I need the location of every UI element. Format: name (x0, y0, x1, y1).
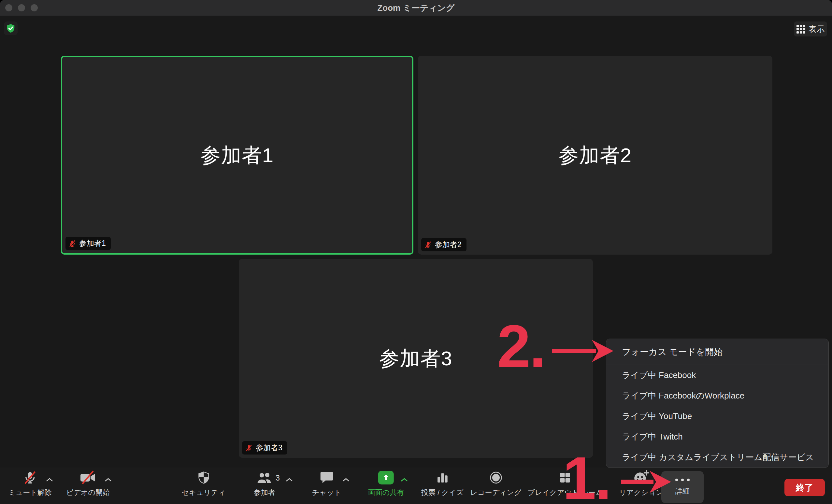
more-label: 詳細 (675, 486, 690, 496)
meeting-info-button[interactable] (4, 22, 18, 35)
security-label: セキュリティ (181, 488, 226, 498)
annotation-step1: 1. (563, 448, 610, 504)
more-options-menu: フォーカス モードを開始 ライブ中 Facebook ライブ中 Facebook… (606, 339, 829, 468)
security-button[interactable]: セキュリティ (181, 470, 226, 498)
menu-item-live-youtube[interactable]: ライブ中 YouTube (606, 406, 828, 426)
start-video-label: ビデオの開始 (66, 488, 110, 498)
security-shield-check-icon (6, 23, 16, 33)
audio-options-chevron[interactable] (46, 477, 53, 483)
chat-options-chevron[interactable] (342, 477, 349, 483)
participants-icon (256, 471, 273, 485)
polls-button[interactable]: 投票 / クイズ (421, 470, 464, 498)
name-badge-label: 参加者1 (79, 238, 106, 248)
fullscreen-button[interactable] (31, 4, 38, 11)
record-label: レコーディング (470, 488, 521, 498)
name-badge: 参加者2 (421, 238, 467, 251)
record-icon (489, 471, 503, 484)
window-title: Zoom ミーティング (377, 2, 454, 14)
muted-mic-icon (69, 240, 76, 247)
video-tile-participant2: 参加者2 参加者2 (418, 56, 772, 255)
unmute-button[interactable]: ミュート解除 (8, 470, 52, 498)
participants-button[interactable]: 参加者 (254, 470, 275, 498)
name-badge-label: 参加者3 (256, 443, 282, 453)
tile-center-name: 参加者2 (559, 142, 632, 169)
tile-center-name: 参加者1 (201, 142, 274, 169)
share-screen-label: 画面の共有 (368, 488, 404, 498)
share-screen-icon (378, 471, 394, 484)
end-meeting-button[interactable]: 終了 (784, 479, 825, 496)
name-badge-label: 参加者2 (435, 240, 462, 250)
video-tile-participant1: 参加者1 参加者1 (61, 56, 413, 255)
gallery-grid-icon (797, 25, 805, 33)
muted-mic-icon (424, 241, 432, 249)
menu-item-live-twitch[interactable]: ライブ中 Twitch (606, 426, 828, 447)
name-badge: 参加者3 (242, 441, 287, 454)
polls-bar-chart-icon (436, 471, 449, 484)
unmute-label: ミュート解除 (8, 488, 52, 498)
participants-count: 3 (276, 474, 280, 482)
menu-item-live-workplace[interactable]: ライブ中 FacebookのWorkplace (606, 386, 828, 406)
share-options-chevron[interactable] (401, 477, 408, 483)
titlebar: Zoom ミーティング (0, 0, 832, 16)
participants-label: 参加者 (254, 488, 275, 498)
annotation-step2: 2. (497, 316, 545, 377)
more-dots-icon (674, 478, 691, 482)
menu-item-start-focus-mode[interactable]: フォーカス モードを開始 (606, 339, 828, 365)
annotation-arrow-step2 (550, 338, 614, 364)
security-shield-icon (197, 471, 210, 484)
annotation-arrow-step1 (620, 469, 672, 495)
chat-bubble-icon (320, 471, 334, 484)
zoom-meeting-window: Zoom ミーティング 表示 参加者1 参加者1 参加者2 (0, 0, 832, 504)
chat-button[interactable]: チャット (312, 470, 341, 498)
name-badge: 参加者1 (66, 237, 111, 250)
start-video-button[interactable]: ビデオの開始 (66, 470, 110, 498)
muted-mic-icon (245, 444, 253, 452)
meeting-toolbar: ミュート解除 ビデオの開始 (0, 468, 832, 504)
menu-item-live-facebook[interactable]: ライブ中 Facebook (606, 365, 828, 386)
video-options-chevron[interactable] (105, 477, 112, 483)
muted-mic-icon (23, 470, 37, 485)
minimize-button[interactable] (18, 4, 25, 11)
polls-label: 投票 / クイズ (421, 488, 464, 498)
menu-item-live-custom[interactable]: ライブ中 カスタムライブストリーム配信サービス (606, 447, 828, 468)
share-screen-button[interactable]: 画面の共有 (368, 470, 404, 498)
record-button[interactable]: レコーディング (470, 470, 521, 498)
participants-options-chevron[interactable] (286, 477, 293, 483)
view-button[interactable]: 表示 (794, 22, 827, 36)
video-off-icon (79, 471, 97, 485)
tile-center-name: 参加者3 (379, 345, 452, 372)
close-button[interactable] (5, 4, 12, 11)
chat-label: チャット (312, 488, 341, 498)
view-button-label: 表示 (809, 24, 825, 34)
